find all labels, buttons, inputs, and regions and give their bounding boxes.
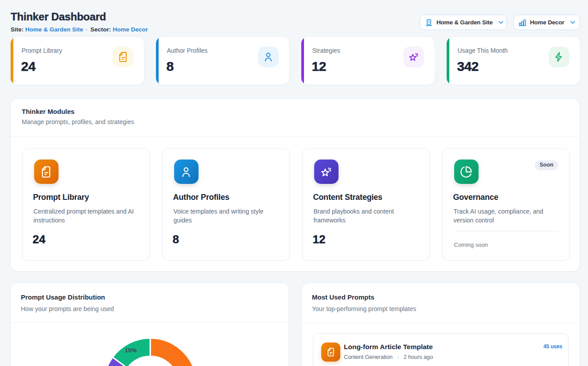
svg-text:15%: 15% (125, 347, 136, 354)
